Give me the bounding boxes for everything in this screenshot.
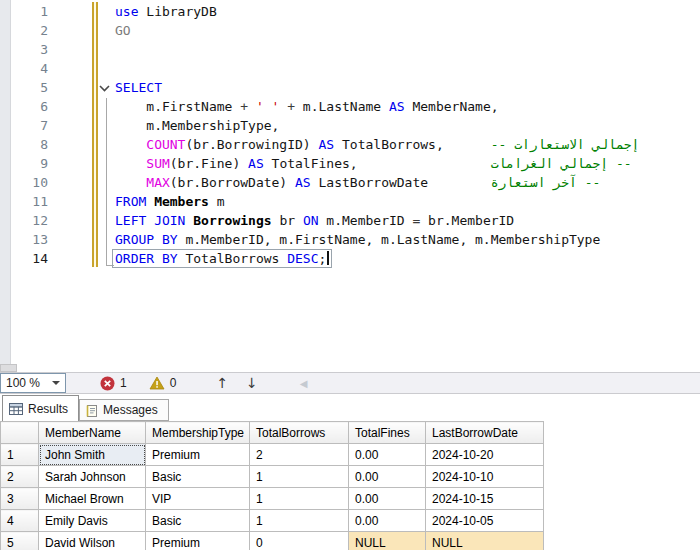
line-number[interactable]: 14 <box>0 249 48 268</box>
code-line[interactable]: 7 m.MembershipType, <box>0 116 700 135</box>
grid-cell[interactable]: Premium <box>146 532 250 550</box>
code-token: Borrowings <box>193 213 271 228</box>
grid-cell[interactable]: 0.00 <box>349 444 426 466</box>
code-token: m.FirstName <box>115 99 240 114</box>
results-tab-bar: Results Messages <box>0 394 700 421</box>
grid-cell[interactable]: Premium <box>146 444 250 466</box>
code-line-text[interactable]: FROM Members m <box>115 192 225 211</box>
code-line[interactable]: 2GO <box>0 21 700 40</box>
navigate-back-button[interactable]: ◀ <box>300 378 308 389</box>
code-token: إجمالي الغرامات -- <box>491 156 632 171</box>
code-token <box>444 137 491 152</box>
grid-cell[interactable]: 0 <box>250 532 349 550</box>
zoom-level-select[interactable]: 100 % <box>0 373 66 393</box>
code-line-text[interactable]: ORDER BY TotalBorrows DESC; <box>115 249 332 268</box>
code-line-text[interactable]: SELECT <box>115 78 162 97</box>
grid-row-header[interactable]: 1 <box>1 444 39 466</box>
grid-column-header[interactable]: LastBorrowDate <box>426 422 544 444</box>
grid-cell[interactable]: Basic <box>146 466 250 488</box>
code-line[interactable]: 6 m.FirstName + ' ' + m.LastName AS Memb… <box>0 97 700 116</box>
code-token: ORDER BY <box>115 251 178 266</box>
code-line[interactable]: 13GROUP BY m.MemberID, m.FirstName, m.La… <box>0 230 700 249</box>
line-number[interactable]: 12 <box>0 211 48 230</box>
line-number[interactable]: 9 <box>0 154 48 173</box>
grid-row: 3Michael BrownVIP10.002024-10-15 <box>1 488 544 510</box>
grid-cell[interactable]: Emily Davis <box>39 510 146 532</box>
sql-editor[interactable]: 1use LibraryDB2GO345SELECT6 m.FirstName … <box>0 0 700 364</box>
navigate-down-button[interactable]: ↓ <box>246 375 258 391</box>
line-number[interactable]: 5 <box>0 78 48 97</box>
code-line[interactable]: 1use LibraryDB <box>0 2 700 21</box>
line-number[interactable]: 8 <box>0 135 48 154</box>
grid-column-header[interactable]: MembershipType <box>146 422 250 444</box>
grid-cell[interactable]: 0.00 <box>349 466 426 488</box>
grid-cell[interactable]: 0.00 <box>349 488 426 510</box>
code-token: m.MemberID <box>319 213 413 228</box>
code-line[interactable]: 5SELECT <box>0 78 700 97</box>
line-number[interactable]: 10 <box>0 173 48 192</box>
grid-corner-cell[interactable] <box>1 422 39 444</box>
grid-cell[interactable]: VIP <box>146 488 250 510</box>
navigate-up-button[interactable]: ↑ <box>216 375 228 391</box>
grid-cell[interactable]: NULL <box>426 532 544 550</box>
grid-cell[interactable]: 2024-10-05 <box>426 510 544 532</box>
code-line[interactable]: 4 <box>0 59 700 78</box>
line-number[interactable]: 1 <box>0 2 48 21</box>
line-number[interactable]: 11 <box>0 192 48 211</box>
grid-cell[interactable]: 1 <box>250 488 349 510</box>
code-line-text[interactable]: SUM(br.Fine) AS TotalFines, إجمالي الغرا… <box>115 154 632 173</box>
code-token: AS <box>389 99 405 114</box>
code-line[interactable]: 10 MAX(br.BorrowDate) AS LastBorrowDate … <box>0 173 700 192</box>
code-lines: 1use LibraryDB2GO345SELECT6 m.FirstName … <box>0 2 700 268</box>
results-table: MemberNameMembershipTypeTotalBorrowsTota… <box>0 421 544 550</box>
grid-cell[interactable]: 2024-10-10 <box>426 466 544 488</box>
grid-cell[interactable]: 2 <box>250 444 349 466</box>
grid-cell[interactable]: Sarah Johnson <box>39 466 146 488</box>
grid-cell[interactable]: David Wilson <box>39 532 146 550</box>
grid-column-header[interactable]: TotalBorrows <box>250 422 349 444</box>
grid-column-header[interactable]: MemberName <box>39 422 146 444</box>
grid-row-header[interactable]: 2 <box>1 466 39 488</box>
code-token: SELECT <box>115 80 162 95</box>
code-line[interactable]: 3 <box>0 40 700 59</box>
code-line[interactable]: 8 COUNT(br.BorrowingID) AS TotalBorrows,… <box>0 135 700 154</box>
grid-cell[interactable]: 2024-10-20 <box>426 444 544 466</box>
grid-row-header[interactable]: 3 <box>1 488 39 510</box>
line-number[interactable]: 2 <box>0 21 48 40</box>
code-line[interactable]: 11FROM Members m <box>0 192 700 211</box>
grid-cell[interactable]: Basic <box>146 510 250 532</box>
line-number[interactable]: 6 <box>0 97 48 116</box>
code-line-text[interactable]: use LibraryDB <box>115 2 217 21</box>
tab-messages[interactable]: Messages <box>79 399 169 421</box>
code-line-text[interactable]: COUNT(br.BorrowingID) AS TotalBorrows, -… <box>115 135 639 154</box>
grid-cell[interactable]: John Smith <box>39 444 146 466</box>
code-token: TotalFines, <box>264 156 358 171</box>
code-token: use <box>115 4 138 19</box>
grid-cell[interactable]: NULL <box>349 532 426 550</box>
line-number[interactable]: 13 <box>0 230 48 249</box>
tab-results[interactable]: Results <box>2 395 79 421</box>
code-token <box>248 99 256 114</box>
code-line-text[interactable]: m.MembershipType, <box>115 116 279 135</box>
code-line[interactable]: 12LEFT JOIN Borrowings br ON m.MemberID … <box>0 211 700 230</box>
grid-cell[interactable]: Michael Brown <box>39 488 146 510</box>
error-count-badge[interactable]: 1 <box>100 376 127 391</box>
grid-column-header[interactable]: TotalFines <box>349 422 426 444</box>
line-number[interactable]: 4 <box>0 59 48 78</box>
code-line-text[interactable]: GO <box>115 21 131 40</box>
code-line-text[interactable]: LEFT JOIN Borrowings br ON m.MemberID = … <box>115 211 514 230</box>
code-line-text[interactable]: GROUP BY m.MemberID, m.FirstName, m.Last… <box>115 230 600 249</box>
code-line[interactable]: 14ORDER BY TotalBorrows DESC; <box>0 249 700 268</box>
grid-cell[interactable]: 2024-10-15 <box>426 488 544 510</box>
line-number[interactable]: 3 <box>0 40 48 59</box>
grid-row-header[interactable]: 5 <box>1 532 39 550</box>
code-line-text[interactable]: MAX(br.BorrowDate) AS LastBorrowDate آخر… <box>115 173 600 192</box>
code-line[interactable]: 9 SUM(br.Fine) AS TotalFines, إجمالي الغ… <box>0 154 700 173</box>
line-number[interactable]: 7 <box>0 116 48 135</box>
grid-cell[interactable]: 1 <box>250 510 349 532</box>
warning-count-badge[interactable]: 0 <box>149 376 177 390</box>
grid-cell[interactable]: 0.00 <box>349 510 426 532</box>
grid-row-header[interactable]: 4 <box>1 510 39 532</box>
code-line-text[interactable]: m.FirstName + ' ' + m.LastName AS Member… <box>115 97 499 116</box>
grid-cell[interactable]: 1 <box>250 466 349 488</box>
